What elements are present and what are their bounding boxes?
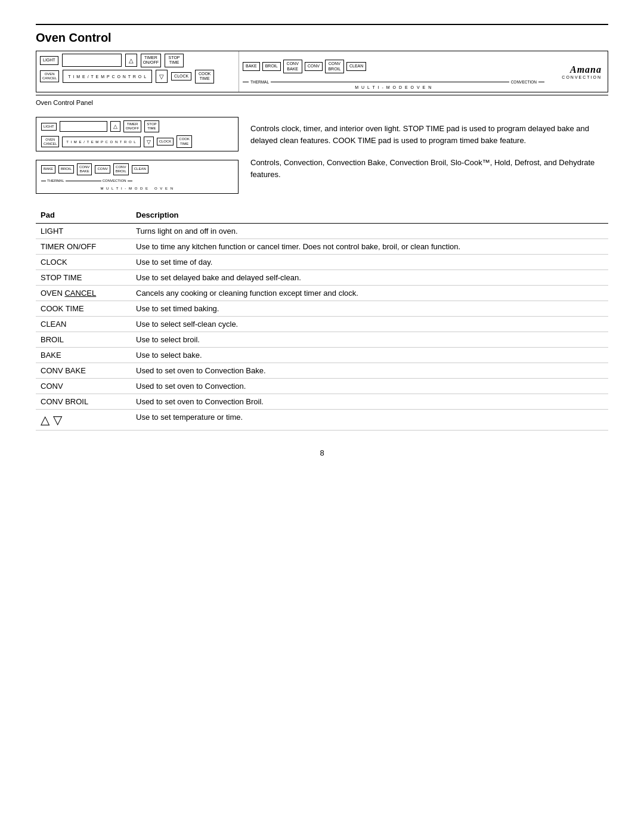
panel-left-bottom: OVEN CANCEL T I M E / T E M P C O N T R … [40, 70, 235, 83]
mini-thermal-section: THERMAL CONVECTION [41, 179, 233, 182]
desc-cell: Use to time any kitchen function or canc… [131, 239, 608, 255]
time-temp-control: T I M E / T E M P C O N T R O L [63, 70, 152, 83]
pad-cell: BAKE [36, 348, 131, 363]
display-box [62, 54, 122, 67]
mini-up-arrow[interactable]: △ [110, 121, 120, 132]
pad-table: Pad Description LIGHTTurns light on and … [36, 208, 608, 431]
oven-cancel-btn[interactable]: OVEN CANCEL [40, 70, 59, 82]
mini-panel-right-row: BAKE BROIL CONVBAKE CONV CONVBROIL CLEAN [41, 163, 233, 175]
mini-down-arrow[interactable]: ▽ [144, 137, 154, 147]
desc-cell: Used to set oven to Convection Bake. [131, 363, 608, 379]
clean-btn[interactable]: CLEAN [346, 62, 366, 70]
cook-time-btn[interactable]: COOK TIME [195, 70, 214, 83]
desc-cell: Use to set delayed bake and delayed self… [131, 270, 608, 286]
multi-mode-label: M U L T I - M O D E O V E N [243, 84, 544, 89]
desc-cell: Used to set oven to Convection Broil. [131, 394, 608, 410]
mini-broil-btn[interactable]: BROIL [58, 165, 74, 173]
panel-right-top: BAKE BROIL CONV BAKE CONV CONV BROIL CLE… [243, 54, 544, 79]
middle-left-panels: LIGHT △ TIMERON/OFF STOPTIME OVENCANCEL … [36, 117, 239, 194]
pad-cell: COOK TIME [36, 301, 131, 317]
desc-cell: Use to select bake. [131, 348, 608, 363]
pad-cell: LIGHT [36, 224, 131, 239]
desc-cell: Use to set timed baking. [131, 301, 608, 317]
section-rule-1 [36, 95, 608, 95]
mini-panel-right: BAKE BROIL CONVBAKE CONV CONVBROIL CLEAN… [36, 160, 239, 194]
table-row: BAKEUse to select bake. [36, 348, 608, 363]
table-row: △ ▽Use to set temperature or time. [36, 410, 608, 431]
conv-btn[interactable]: CONV [305, 62, 323, 70]
conv-bake-btn[interactable]: CONV BAKE [283, 60, 302, 73]
page-number: 8 [36, 448, 608, 457]
pad-cell: CLOCK [36, 255, 131, 270]
brand-sub: CONVECTION [562, 75, 602, 79]
light-button[interactable]: LIGHT [40, 56, 58, 64]
table-row: COOK TIMEUse to set timed baking. [36, 301, 608, 317]
pad-cell: STOP TIME [36, 270, 131, 286]
table-row: TIMER ON/OFFUse to time any kitchen func… [36, 239, 608, 255]
mini-panel-left: LIGHT △ TIMERON/OFF STOPTIME OVENCANCEL … [36, 117, 239, 151]
stop-time-btn[interactable]: STOP TIME [165, 54, 184, 67]
table-row: CONV BROILUsed to set oven to Convection… [36, 394, 608, 410]
mini-bake-btn[interactable]: BAKE [41, 165, 55, 173]
pad-cell: BROIL [36, 332, 131, 348]
panel-left-top: LIGHT △ TIMER ON/OFF STOP TIME [40, 54, 235, 67]
pad-cell: CLEAN [36, 317, 131, 332]
mini-panel-row-top: LIGHT △ TIMERON/OFF STOPTIME [41, 120, 233, 132]
mini-oven-cancel-btn[interactable]: OVENCANCEL [41, 136, 59, 147]
panel-left: LIGHT △ TIMER ON/OFF STOP TIME OVEN CANC… [36, 51, 239, 92]
table-row: LIGHTTurns light on and off in oven. [36, 224, 608, 239]
pad-cell: CONV [36, 379, 131, 394]
mini-stop-btn[interactable]: STOPTIME [144, 120, 159, 132]
mini-time-temp: T I M E / T E M P C O N T R O L [62, 137, 140, 147]
middle-right-text: Controls clock, timer, and interior oven… [250, 117, 608, 194]
table-header-row: Pad Description [36, 208, 608, 224]
pad-cell: CONV BAKE [36, 363, 131, 379]
desc-cell: Use to set temperature or time. [131, 410, 608, 431]
col-desc-header: Description [131, 208, 608, 224]
conv-broil-btn[interactable]: CONV BROIL [325, 60, 344, 73]
description-2: Controls, Convection, Convection Bake, C… [250, 157, 608, 180]
mini-clock-btn[interactable]: CLOCK [157, 138, 174, 145]
table-row: CLOCKUse to set time of day. [36, 255, 608, 270]
desc-cell: Use to select self-clean cycle. [131, 317, 608, 332]
mini-clean-btn[interactable]: CLEAN [132, 165, 148, 173]
mini-conv-bake-btn[interactable]: CONVBAKE [77, 163, 92, 175]
middle-section: LIGHT △ TIMERON/OFF STOPTIME OVENCANCEL … [36, 117, 608, 194]
thermal-label: THERMAL [249, 80, 271, 84]
table-row: CONV BAKEUsed to set oven to Convection … [36, 363, 608, 379]
desc-cell: Use to select broil. [131, 332, 608, 348]
down-arrow-btn[interactable]: ▽ [156, 70, 168, 83]
mini-panel-row-bottom: OVENCANCEL T I M E / T E M P C O N T R O… [41, 135, 233, 147]
pad-cell: CONV BROIL [36, 394, 131, 410]
brand-area: Amana CONVECTION [548, 51, 608, 92]
pad-cell: △ ▽ [36, 410, 131, 431]
panel-right: BAKE BROIL CONV BAKE CONV CONV BROIL CLE… [239, 51, 548, 92]
mini-display [60, 121, 107, 132]
table-row: CONVUsed to set oven to Convection. [36, 379, 608, 394]
desc-cell: Used to set oven to Convection. [131, 379, 608, 394]
clock-btn[interactable]: CLOCK [171, 72, 191, 80]
up-arrow-btn[interactable]: △ [125, 54, 137, 67]
brand-name: Amana [570, 64, 602, 75]
desc-cell: Turns light on and off in oven. [131, 224, 608, 239]
timer-onoff-btn[interactable]: TIMER ON/OFF [141, 54, 161, 67]
table-row: CLEANUse to select self-clean cycle. [36, 317, 608, 332]
pad-cell: TIMER ON/OFF [36, 239, 131, 255]
mini-cook-btn[interactable]: COOKTIME [177, 135, 192, 147]
bake-btn[interactable]: BAKE [243, 62, 260, 70]
mini-light-btn[interactable]: LIGHT [41, 123, 57, 131]
convection-label: CONVECTION [509, 80, 538, 84]
mini-conv-btn[interactable]: CONV [95, 165, 110, 173]
panel-caption: Oven Control Panel [36, 99, 608, 106]
table-row: STOP TIMEUse to set delayed bake and del… [36, 270, 608, 286]
mini-multi-mode: M U L T I - M O D E O V E N [41, 185, 233, 190]
mini-timer-btn[interactable]: TIMERON/OFF [123, 120, 142, 132]
col-pad-header: Pad [36, 208, 131, 224]
mini-conv-broil-btn[interactable]: CONVBROIL [113, 163, 129, 175]
control-panel-diagram: LIGHT △ TIMER ON/OFF STOP TIME OVEN CANC… [36, 51, 608, 92]
broil-btn[interactable]: BROIL [262, 62, 281, 70]
table-row: BROILUse to select broil. [36, 332, 608, 348]
desc-cell: Cancels any cooking or cleaning function… [131, 286, 608, 301]
description-1: Controls clock, timer, and interior oven… [250, 123, 608, 146]
pad-cell: OVEN CANCEL [36, 286, 131, 301]
